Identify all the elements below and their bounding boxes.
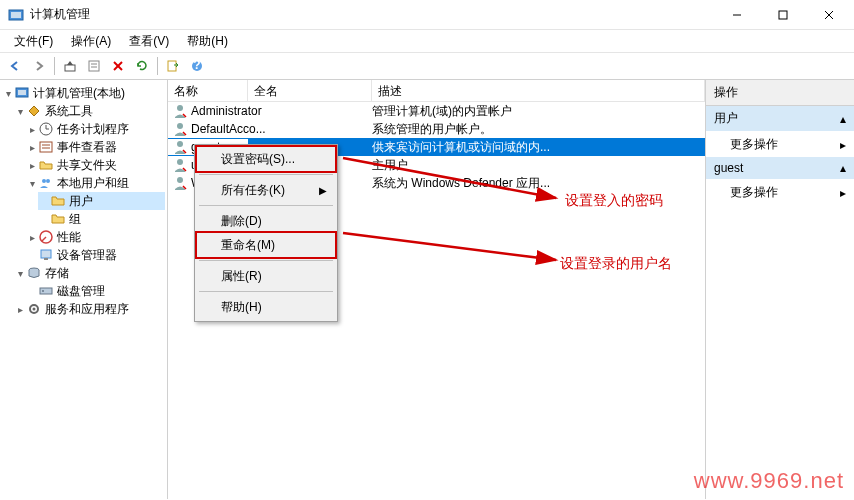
svg-point-37 [177, 159, 183, 165]
tree-storage[interactable]: ▾存储 [14, 264, 165, 282]
ctx-all-tasks[interactable]: 所有任务(K)▶ [197, 178, 335, 202]
ctx-set-password[interactable]: 设置密码(S)... [197, 147, 335, 171]
user-desc: 供来宾访问计算机或访问域的内... [372, 139, 705, 156]
toolbar: ? [0, 52, 854, 80]
action-more-users[interactable]: 更多操作 ▸ [706, 132, 854, 157]
menu-action[interactable]: 操作(A) [63, 31, 119, 52]
delete-button[interactable] [107, 55, 129, 77]
svg-point-23 [42, 179, 46, 183]
action-section-users[interactable]: 用户 ▴ [706, 106, 854, 132]
action-more-guest[interactable]: 更多操作 ▸ [706, 180, 854, 205]
up-button[interactable] [59, 55, 81, 77]
col-description[interactable]: 描述 [372, 80, 705, 101]
ctx-delete[interactable]: 删除(D) [197, 209, 335, 233]
minimize-button[interactable] [714, 0, 760, 30]
user-name: DefaultAcco... [191, 122, 266, 136]
svg-point-31 [42, 290, 44, 292]
list-row[interactable]: DefaultAcco...系统管理的用户帐户。 [168, 120, 705, 138]
caret-up-icon: ▴ [840, 161, 846, 175]
ctx-separator [199, 291, 333, 292]
tree-pane: ▾ 计算机管理(本地) ▾ 系统工具 ▸任务计划程序 [0, 80, 168, 499]
export-button[interactable] [162, 55, 184, 77]
close-button[interactable] [806, 0, 852, 30]
refresh-button[interactable] [131, 55, 153, 77]
chevron-right-icon: ▶ [319, 185, 327, 196]
svg-line-26 [42, 237, 46, 241]
tree-device-manager[interactable]: 设备管理器 [26, 246, 165, 264]
ctx-help[interactable]: 帮助(H) [197, 295, 335, 319]
menu-help[interactable]: 帮助(H) [179, 31, 236, 52]
svg-point-34 [177, 105, 183, 111]
svg-point-38 [177, 177, 183, 183]
user-desc: 管理计算机(域)的内置帐户 [372, 103, 705, 120]
svg-rect-20 [40, 142, 52, 152]
user-icon [172, 103, 188, 119]
list-row[interactable]: Administrator管理计算机(域)的内置帐户 [168, 102, 705, 120]
svg-rect-3 [779, 11, 787, 19]
action-pane: 操作 用户 ▴ 更多操作 ▸ guest ▴ 更多操作 ▸ [706, 80, 854, 499]
caret-up-icon: ▴ [840, 112, 846, 126]
svg-rect-16 [18, 90, 26, 95]
titlebar: 计算机管理 [0, 0, 854, 30]
svg-rect-1 [11, 12, 21, 18]
tree-groups[interactable]: 组 [38, 210, 165, 228]
svg-text:?: ? [193, 59, 200, 72]
tree-system-tools[interactable]: ▾ 系统工具 [14, 102, 165, 120]
action-header: 操作 [706, 80, 854, 106]
user-desc: 系统管理的用户帐户。 [372, 121, 705, 138]
user-icon [172, 175, 188, 191]
maximize-button[interactable] [760, 0, 806, 30]
col-fullname[interactable]: 全名 [248, 80, 372, 101]
ctx-separator [199, 260, 333, 261]
tree-services-apps[interactable]: ▸服务和应用程序 [14, 300, 165, 318]
tree-event-viewer[interactable]: ▸事件查看器 [26, 138, 165, 156]
user-icon [172, 139, 188, 155]
tree-performance[interactable]: ▸性能 [26, 228, 165, 246]
tree-users[interactable]: 用户 [38, 192, 165, 210]
list-header: 名称 全名 描述 [168, 80, 705, 102]
menu-file[interactable]: 文件(F) [6, 31, 61, 52]
app-icon [8, 7, 24, 23]
svg-point-36 [177, 141, 183, 147]
user-desc: 系统为 Windows Defender 应用... [372, 175, 705, 192]
tree-shared-folders[interactable]: ▸共享文件夹 [26, 156, 165, 174]
context-menu: 设置密码(S)... 所有任务(K)▶ 删除(D) 重命名(M) 属性(R) 帮… [194, 144, 338, 322]
svg-rect-27 [41, 250, 51, 258]
ctx-separator [199, 174, 333, 175]
nav-forward-button[interactable] [28, 55, 50, 77]
svg-rect-7 [89, 61, 99, 71]
tree-task-scheduler[interactable]: ▸任务计划程序 [26, 120, 165, 138]
col-name[interactable]: 名称 [168, 80, 248, 101]
ctx-separator [199, 205, 333, 206]
user-icon [172, 121, 188, 137]
ctx-rename[interactable]: 重命名(M) [197, 233, 335, 257]
tree-local-users-groups[interactable]: ▾本地用户和组 [26, 174, 165, 192]
svg-rect-28 [44, 258, 48, 260]
user-desc: 主用户 [372, 157, 705, 174]
chevron-right-icon: ▸ [840, 186, 846, 200]
svg-point-33 [33, 308, 36, 311]
user-name: Administrator [191, 104, 262, 118]
properties-button[interactable] [83, 55, 105, 77]
action-section-guest[interactable]: guest ▴ [706, 157, 854, 180]
svg-rect-6 [65, 65, 75, 71]
watermark: www.9969.net [694, 468, 844, 494]
tree-disk-management[interactable]: 磁盘管理 [26, 282, 165, 300]
svg-rect-30 [40, 288, 52, 294]
menu-view[interactable]: 查看(V) [121, 31, 177, 52]
window-title: 计算机管理 [30, 6, 714, 23]
svg-point-35 [177, 123, 183, 129]
menubar: 文件(F) 操作(A) 查看(V) 帮助(H) [0, 30, 854, 52]
user-icon [172, 157, 188, 173]
nav-back-button[interactable] [4, 55, 26, 77]
svg-point-24 [46, 179, 50, 183]
chevron-right-icon: ▸ [840, 138, 846, 152]
svg-rect-12 [168, 61, 176, 71]
ctx-properties[interactable]: 属性(R) [197, 264, 335, 288]
help-button[interactable]: ? [186, 55, 208, 77]
tree-root[interactable]: ▾ 计算机管理(本地) [2, 84, 165, 102]
